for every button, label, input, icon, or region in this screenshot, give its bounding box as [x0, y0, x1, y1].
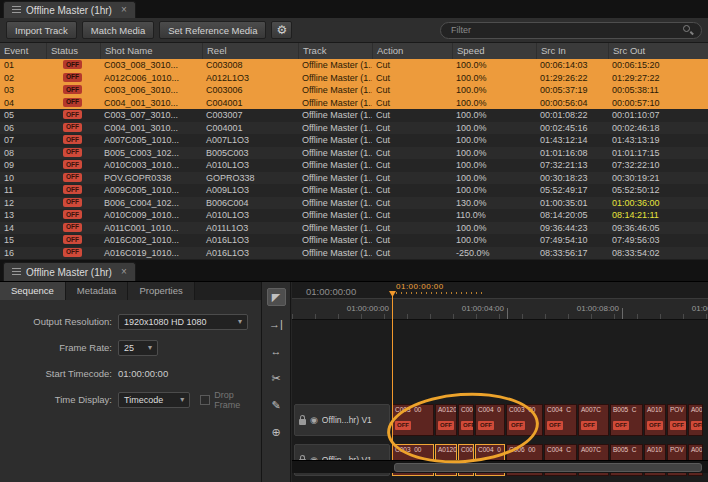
table-row[interactable]: 15OFFA016C002_1010...A016L1O3Offline Mas… — [0, 234, 708, 247]
scrollbar-thumb[interactable] — [394, 463, 702, 472]
roll-edit-tool[interactable]: →| — [267, 315, 286, 333]
tab-properties[interactable]: Properties — [128, 282, 194, 300]
table-row[interactable]: 02OFFA012C006_1010...A012L1O3Offline Mas… — [0, 72, 708, 85]
timeline-icon — [12, 268, 21, 276]
timeline-clip[interactable]: C004_COFF — [544, 404, 577, 436]
table-row[interactable]: 11OFFA009C005_1010...A009L1O3Offline Mas… — [0, 184, 708, 197]
cell-src-out: 01:43:13:19 — [608, 134, 708, 147]
clip-name: B005_C — [611, 445, 642, 453]
clip-name: C004_C — [545, 445, 576, 453]
cell-reel: A009L1O3 — [202, 184, 298, 197]
timeline-clip[interactable]: A010OFF — [644, 404, 666, 436]
timeline-clip[interactable]: B005_COFF — [610, 404, 643, 436]
slip-tool[interactable]: ↔ — [267, 342, 286, 360]
table-row[interactable]: 07OFFA007C005_1010...A007L1O3Offline Mas… — [0, 134, 708, 147]
cell-src-in: 07:32:21:13 — [536, 159, 608, 172]
table-row[interactable]: 06OFFC004_001_3010...C004001Offline Mast… — [0, 122, 708, 135]
close-icon[interactable]: × — [121, 5, 127, 15]
timeline-clip[interactable]: A00OFF — [688, 404, 703, 436]
frame-rate-select[interactable]: 25 ▾ — [118, 340, 158, 356]
cell-action: Cut — [372, 109, 452, 122]
cell-action: Cut — [372, 134, 452, 147]
clip-name: A00 — [689, 445, 702, 453]
table-row[interactable]: 01OFFC003_008_3010...C003008Offline Mast… — [0, 59, 708, 72]
tracker-tool[interactable]: ⊕ — [267, 423, 286, 441]
razor-tool[interactable]: ✂ — [267, 369, 286, 387]
cell-shot-name: A009C005_1010... — [100, 184, 202, 197]
output-resolution-label: Output Resolution: — [0, 316, 112, 327]
cell-speed: -250.0% — [452, 247, 536, 260]
timeline-clip[interactable]: POVOFF — [667, 404, 687, 436]
frame-rate-label: Frame Rate: — [0, 342, 112, 353]
playhead-handle[interactable] — [389, 291, 396, 297]
close-icon[interactable]: × — [121, 267, 127, 277]
column-header-shot-name[interactable]: Shot Name — [100, 43, 202, 59]
table-row[interactable]: 14OFFA011C001_1010...A011L1O3Offline Mas… — [0, 222, 708, 235]
column-header-reel[interactable]: Reel — [202, 43, 298, 59]
table-row[interactable]: 13OFFA010C009_1010...A010L1O3Offline Mas… — [0, 209, 708, 222]
match-media-button[interactable]: Match Media — [82, 21, 154, 39]
column-header-src-in[interactable]: Src In — [536, 43, 608, 59]
column-header-track[interactable]: Track — [298, 43, 372, 59]
column-header-status[interactable]: Status — [46, 43, 100, 59]
cell-event: 14 — [0, 222, 46, 235]
cell-track: Offline Master (1... — [298, 247, 372, 260]
drop-frame-checkbox[interactable] — [200, 395, 210, 405]
table-row[interactable]: 09OFFA010C003_1010...A010L1O3Offline Mas… — [0, 159, 708, 172]
chevron-down-icon: ▾ — [180, 395, 184, 404]
cell-action: Cut — [372, 147, 452, 160]
chevron-down-icon: ▾ — [238, 317, 242, 326]
table-row[interactable]: 12OFFB006_C004_102...B006C004Offline Mas… — [0, 197, 708, 210]
table-row[interactable]: 08OFFB005_C003_102...B005C003Offline Mas… — [0, 147, 708, 160]
cell-reel: C003006 — [202, 84, 298, 97]
cell-speed: 100.0% — [452, 109, 536, 122]
status-badge: OFF — [63, 248, 82, 257]
column-header-action[interactable]: Action — [372, 43, 452, 59]
pen-tool[interactable]: ✎ — [267, 396, 286, 414]
cell-src-in: 08:33:56:17 — [536, 247, 608, 260]
track-header[interactable]: ◉Offlin...hr) V1 — [294, 404, 390, 436]
ruler-label: 01:00:04:00 — [462, 304, 507, 313]
column-header-src-out[interactable]: Src Out — [608, 43, 708, 59]
tab-offline-master-timeline[interactable]: Offline Master (1hr) × — [3, 262, 136, 281]
start-timecode-value[interactable]: 01:00:00:00 — [118, 368, 168, 379]
cell-status: OFF — [46, 184, 100, 197]
table-row[interactable]: 03OFFC003_006_3010...C003006Offline Mast… — [0, 84, 708, 97]
lock-icon[interactable] — [299, 419, 306, 425]
cell-speed: 100.0% — [452, 84, 536, 97]
cell-src-out: 07:32:22:10 — [608, 159, 708, 172]
column-header-event[interactable]: Event — [0, 43, 46, 59]
settings-gear-button[interactable]: ⚙ — [271, 21, 292, 39]
table-row[interactable]: 04OFFC004_001_3010...C004001Offline Mast… — [0, 97, 708, 110]
clip-status-badge: OFF — [581, 421, 597, 430]
tab-offline-master[interactable]: Offline Master (1hr) × — [3, 1, 136, 18]
timeline-ruler[interactable]: 01:00:00:0001:00:04:0001:00:08:0001:00:1… — [292, 298, 708, 320]
clip-status-badge: OFF — [613, 421, 629, 430]
horizontal-scrollbar[interactable] — [292, 460, 708, 473]
clip-status-badge: OFF — [670, 421, 686, 430]
select-tool[interactable]: ◤ — [267, 288, 286, 306]
filter-input[interactable] — [449, 24, 683, 36]
import-track-button[interactable]: Import Track — [6, 21, 77, 39]
top-tab-bar: Offline Master (1hr) × — [0, 0, 708, 19]
timeline-clip[interactable]: A007COFF — [578, 404, 609, 436]
table-body: 01OFFC003_008_3010...C003008Offline Mast… — [0, 59, 708, 260]
column-header-speed[interactable]: Speed — [452, 43, 536, 59]
tool-strip: ◤→|↔✂✎⊕ — [262, 282, 291, 482]
table-row[interactable]: 10OFFPOV.GOPR0338GOPRO338Offline Master … — [0, 172, 708, 185]
tab-metadata[interactable]: Metadata — [66, 282, 129, 300]
cell-event: 09 — [0, 159, 46, 172]
table-row[interactable]: 05OFFC003_007_3010...C003007Offline Mast… — [0, 109, 708, 122]
timeline: 01:00:00:00 01:00:00:00 01:00:00:0001:00… — [292, 282, 708, 482]
tab-sequence[interactable]: Sequence — [0, 282, 66, 300]
output-resolution-select[interactable]: 1920x1080 HD 1080 ▾ — [118, 314, 248, 330]
time-display-select[interactable]: Timecode ▾ — [118, 392, 190, 408]
cell-action: Cut — [372, 59, 452, 72]
table-row[interactable]: 16OFFA016C019_1010...A016L1O3Offline Mas… — [0, 247, 708, 260]
visibility-icon[interactable]: ◉ — [310, 416, 318, 425]
cell-src-out: 00:00:57:10 — [608, 97, 708, 110]
set-reference-media-button[interactable]: Set Reference Media — [159, 21, 266, 39]
cell-reel: A012L1O3 — [202, 72, 298, 85]
cell-track: Offline Master (1... — [298, 122, 372, 135]
playhead-timecode: 01:00:00:00 — [396, 282, 444, 291]
